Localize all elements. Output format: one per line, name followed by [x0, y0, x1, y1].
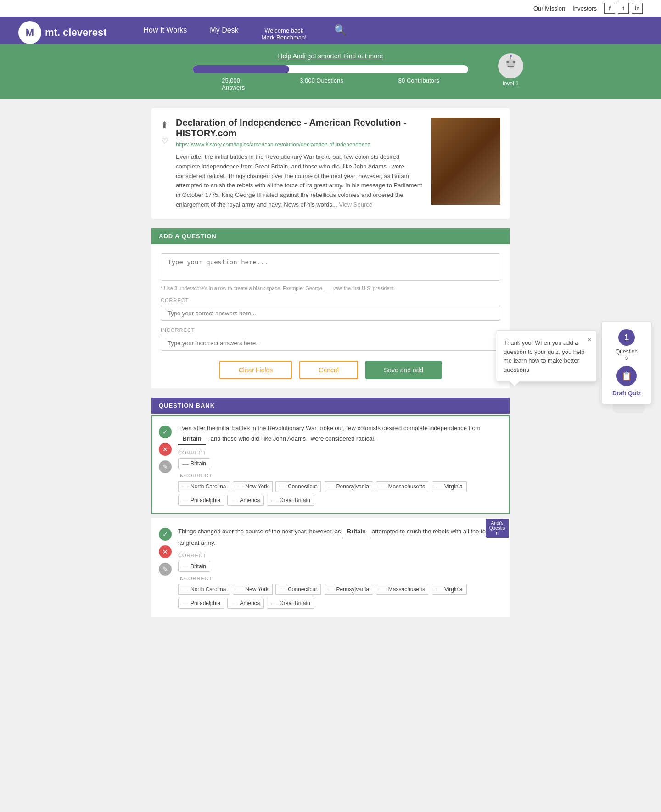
level-circle: [498, 53, 523, 78]
tooltip-close-button[interactable]: ×: [588, 336, 592, 344]
level-badge: level 1: [498, 53, 523, 87]
question-bank-header: QUESTION BANK: [151, 398, 510, 414]
correct-label: CORRECT: [161, 297, 500, 303]
q1-blank: Britain: [178, 433, 206, 446]
tag-ny-2: —New York: [233, 584, 273, 595]
banner-link[interactable]: more: [368, 52, 383, 60]
search-icon[interactable]: 🔍: [334, 24, 347, 41]
twitter-icon[interactable]: t: [618, 3, 629, 14]
tag-am-1: —America: [227, 495, 264, 506]
question-2-text: Things changed over the course of the ne…: [178, 526, 501, 548]
image-placeholder: [431, 118, 500, 205]
tag-gb-2: —Great Britain: [267, 598, 314, 609]
question-input[interactable]: [161, 253, 500, 281]
tag-ct-2: —Connecticut: [275, 584, 321, 595]
tag-va-2: —Virginia: [432, 584, 467, 595]
incorrect-label: INCORRECT: [161, 327, 500, 333]
q1-incorrect-tags: —North Carolina —New York —Connecticut —…: [178, 481, 501, 506]
question-2-actions: ✓ ✕ ✎: [152, 519, 178, 585]
tooltip-overlay: × Thank you! When you add a question to …: [496, 330, 597, 382]
tooltip-tail: [510, 381, 519, 386]
question-item-2: ✓ ✕ ✎ Andi'sQuestion Things changed over…: [151, 518, 510, 617]
form-actions: Clear Fields Cancel Save and add: [161, 361, 500, 379]
investors-link[interactable]: Investors: [572, 5, 597, 12]
progress-banner: Help Andi get smarter! Find out more 25,…: [0, 44, 661, 99]
question-1-actions: ✓ ✕ ✎: [152, 416, 178, 482]
draft-quiz-panel: 1 Questions 📋 Draft Quiz: [601, 321, 652, 404]
edit-button-1[interactable]: ✎: [159, 460, 172, 473]
save-and-add-button[interactable]: Save and add: [365, 361, 442, 379]
cancel-button[interactable]: Cancel: [299, 361, 358, 379]
welcome-line1: Welcome back: [264, 27, 303, 34]
draft-icon-inner: 📋: [622, 371, 632, 381]
add-question-section: ADD A QUESTION * Use 3 underscore's in a…: [151, 228, 510, 388]
add-question-card: * Use 3 underscore's in a row to create …: [151, 244, 510, 388]
article-title: Declaration of Independence - American R…: [176, 118, 424, 139]
logo-icon: M: [18, 21, 41, 44]
question-1-content: Even after the initial battles in the Re…: [178, 416, 509, 514]
tag-nc-2: —North Carolina: [178, 584, 230, 595]
logo-area: M mt. cleverest: [18, 21, 107, 44]
tag-ph-1: —Philadelphia: [178, 495, 224, 506]
view-source-link[interactable]: View Source: [339, 201, 372, 208]
banner-text: Help Andi get smarter! Find out more: [278, 52, 383, 60]
heart-icon[interactable]: ♡: [161, 136, 168, 146]
banner-static: Help Andi get smarter! Find out: [278, 52, 369, 60]
article-text-content: Even after the initial battles in the Re…: [176, 153, 422, 208]
incorrect-input[interactable]: [161, 336, 500, 351]
stat-questions: 3,000 Questions: [300, 77, 343, 91]
input-hint: * Use 3 underscore's in a row to create …: [161, 286, 500, 291]
tag-nc-1: —North Carolina: [178, 481, 230, 492]
edit-button-2[interactable]: ✎: [159, 563, 172, 576]
q1-correct-label: CORRECT: [178, 450, 501, 455]
add-question-header: ADD A QUESTION: [151, 228, 510, 244]
progress-stats: 25,000Answers 3,000 Questions 80 Contrib…: [222, 77, 439, 91]
accept-button-2[interactable]: ✓: [159, 528, 172, 541]
q2-incorrect-tags: —North Carolina —New York —Connecticut —…: [178, 584, 501, 609]
article-image: [431, 118, 500, 205]
article-url[interactable]: https://www.history.com/topics/american-…: [176, 141, 424, 148]
q1-incorrect-label: INCORRECT: [178, 473, 501, 478]
q1-correct-tags: — Britain: [178, 458, 501, 469]
q2-incorrect-label: INCORRECT: [178, 576, 501, 581]
nav-how-it-works[interactable]: How It Works: [144, 26, 187, 41]
header: M mt. cleverest How It Works My Desk Wel…: [0, 17, 661, 44]
svg-point-2: [513, 61, 515, 63]
q2-correct-tags: — Britain: [178, 561, 501, 572]
logo-m: M: [26, 27, 34, 39]
q2-blank: Britain: [342, 526, 370, 538]
question-1-text: Even after the initial battles in the Re…: [178, 424, 501, 446]
our-mission-link[interactable]: Our Mission: [533, 5, 565, 12]
draft-questions-label: Questions: [609, 348, 644, 361]
question-2-content: Andi'sQuestion Things changed over the c…: [178, 519, 509, 616]
tag-ny-1: —New York: [233, 481, 273, 492]
q2-before: Things changed over the course of the ne…: [178, 528, 342, 535]
progress-fill: [193, 65, 289, 73]
svg-point-1: [506, 61, 509, 63]
draft-quiz-label: Draft Quiz: [609, 390, 644, 397]
facebook-icon[interactable]: f: [604, 3, 615, 14]
draft-quiz-icon[interactable]: 📋: [616, 366, 637, 386]
clear-fields-button[interactable]: Clear Fields: [219, 361, 292, 379]
tag-pa-2: —Pennsylvania: [324, 584, 373, 595]
tag-gb-1: —Great Britain: [267, 495, 314, 506]
share-icon[interactable]: ⬆: [161, 119, 168, 130]
linkedin-icon[interactable]: in: [632, 3, 643, 14]
andi-ribbon: Andi'sQuestion: [486, 519, 509, 538]
tag-am-2: —America: [227, 598, 264, 609]
svg-rect-3: [508, 66, 514, 67]
reject-button-2[interactable]: ✕: [159, 545, 172, 558]
draft-count: 1: [618, 329, 635, 346]
logo-text[interactable]: mt. cleverest: [45, 27, 107, 39]
article-actions: ⬆ ♡: [161, 118, 168, 210]
tag-britain-2-correct: — Britain: [178, 561, 210, 572]
tag-ma-1: —Massachusetts: [376, 481, 429, 492]
accept-button-1[interactable]: ✓: [159, 426, 172, 438]
article-text: Even after the initial battles in the Re…: [176, 152, 424, 210]
reject-button-1[interactable]: ✕: [159, 443, 172, 456]
tooltip-text: Thank you! When you add a question to yo…: [504, 338, 589, 374]
correct-input[interactable]: [161, 306, 500, 321]
stat-contributors: 80 Contributors: [398, 77, 439, 91]
svg-point-5: [510, 55, 512, 57]
nav-my-desk[interactable]: My Desk: [210, 26, 238, 41]
